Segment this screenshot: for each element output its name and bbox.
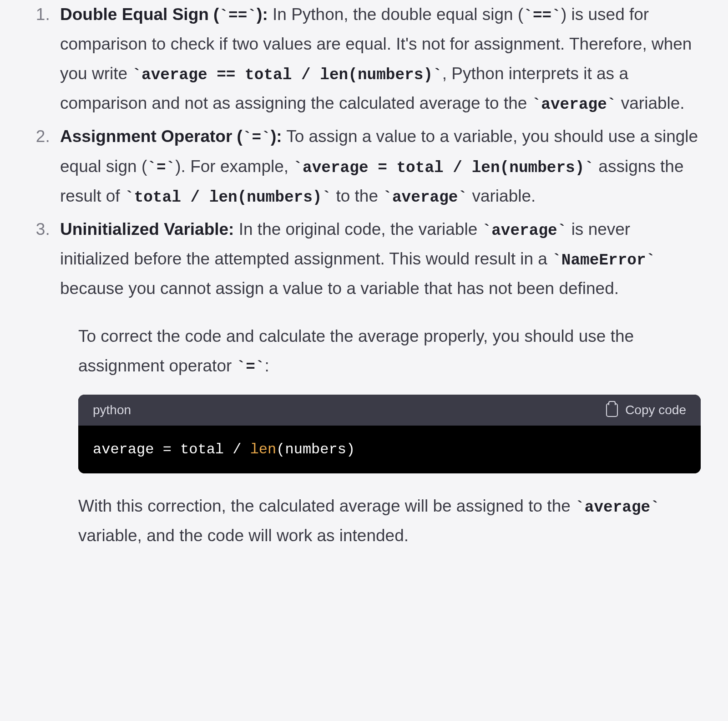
inline-code: average == total / len(numbers) <box>132 66 442 84</box>
copy-code-button[interactable]: Copy code <box>606 403 686 417</box>
inline-code: total / len(numbers) <box>125 188 331 206</box>
code-token: (numbers) <box>276 441 355 458</box>
correction-intro-paragraph: To correct the code and calculate the av… <box>78 322 701 381</box>
inline-code: average <box>482 222 567 239</box>
list-item-title: Assignment Operator (=): <box>60 127 282 146</box>
code-block: python Copy code average = total / len(n… <box>78 395 701 473</box>
code-token-builtin: len <box>250 441 277 458</box>
list-item-title: Double Equal Sign (==): <box>60 5 268 24</box>
list-item: Uninitialized Variable: In the original … <box>55 215 701 304</box>
code-block-body: average = total / len(numbers) <box>78 426 701 473</box>
clipboard-icon <box>606 403 618 417</box>
copy-code-label: Copy code <box>625 403 686 417</box>
list-item-title: Uninitialized Variable: <box>60 220 234 239</box>
inline-code: average <box>575 498 660 516</box>
inline-code: == <box>219 7 257 25</box>
code-block-header: python Copy code <box>78 395 701 426</box>
inline-code: average <box>532 96 617 113</box>
inline-code: == <box>523 7 561 25</box>
inline-code: = <box>243 129 271 147</box>
list-item: Assignment Operator (=): To assign a val… <box>55 122 701 211</box>
inline-code: = <box>237 358 265 376</box>
inline-code: = <box>147 159 175 177</box>
inline-code: average <box>383 188 467 206</box>
document-page: Double Equal Sign (==): In Python, the d… <box>0 0 728 592</box>
explanation-list: Double Equal Sign (==): In Python, the d… <box>27 0 701 304</box>
correction-result-paragraph: With this correction, the calculated ave… <box>78 492 701 551</box>
inline-code: NameError <box>552 251 655 269</box>
code-token: average = total / <box>93 441 250 458</box>
code-language-label: python <box>93 403 131 417</box>
inline-code: average = total / len(numbers) <box>293 159 594 177</box>
list-item: Double Equal Sign (==): In Python, the d… <box>55 0 701 118</box>
